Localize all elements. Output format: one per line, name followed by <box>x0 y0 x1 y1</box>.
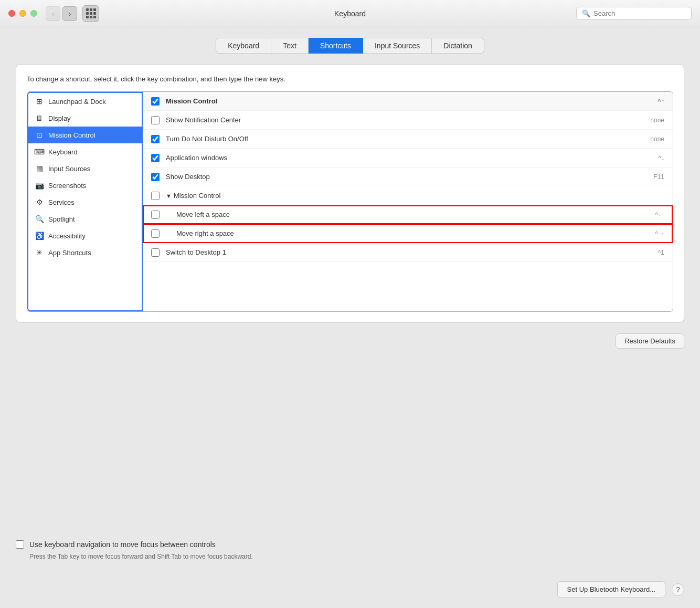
shortcut-checkbox[interactable] <box>151 173 160 181</box>
shortcut-checkbox[interactable] <box>151 116 160 124</box>
shortcut-row[interactable]: Turn Do Not Disturb On/Off none <box>143 130 673 149</box>
window-controls <box>8 10 37 17</box>
shortcut-checkbox[interactable] <box>151 135 160 143</box>
sidebar-item-keyboard[interactable]: ⌨ Keyboard <box>28 143 142 160</box>
shortcut-key: ^↑ <box>657 98 664 105</box>
display-icon: 🖥 <box>35 113 44 123</box>
shortcut-checkbox[interactable] <box>151 154 160 162</box>
screenshots-icon: 📷 <box>35 181 44 190</box>
shortcut-list: Mission Control ^↑ Show Notification Cen… <box>143 92 673 311</box>
shortcut-name: Move left a space <box>166 211 655 218</box>
sidebar-item-mission-control[interactable]: ⊡ Mission Control <box>28 127 142 143</box>
tab-text[interactable]: Text <box>271 38 309 54</box>
instructions-text: To change a shortcut, select it, click t… <box>27 75 673 83</box>
accessibility-icon: ♿ <box>35 231 44 240</box>
shortcut-row[interactable]: Application windows ^↓ <box>143 149 673 167</box>
tab-bar: Keyboard Text Shortcuts Input Sources Di… <box>16 38 684 54</box>
shortcut-key: F11 <box>653 173 664 181</box>
search-bar[interactable]: 🔍 <box>576 7 692 20</box>
keyboard-nav-label: Use keyboard navigation to move focus be… <box>29 540 216 549</box>
shortcut-checkbox[interactable] <box>151 192 160 200</box>
nav-arrows: ‹ › <box>46 6 77 21</box>
shortcut-checkbox[interactable] <box>151 229 160 238</box>
shortcut-key: ^↓ <box>658 154 664 162</box>
sidebar-item-label: Keyboard <box>48 148 78 156</box>
sidebar-item-accessibility[interactable]: ♿ Accessibility <box>28 227 142 244</box>
panel-body: ⊞ Launchpad & Dock 🖥 Display ⊡ Mission C… <box>27 91 673 312</box>
shortcut-key: ^← <box>655 211 664 218</box>
shortcut-checkbox[interactable] <box>151 248 160 257</box>
tab-shortcuts[interactable]: Shortcuts <box>309 38 363 54</box>
sidebar-item-label: App Shortcuts <box>48 249 91 257</box>
sidebar-item-services[interactable]: ⚙ Services <box>28 194 142 211</box>
keyboard-nav-checkbox[interactable] <box>16 540 24 549</box>
sidebar-item-label: Accessibility <box>48 232 86 240</box>
search-input[interactable] <box>593 9 686 17</box>
back-button[interactable]: ‹ <box>46 6 60 21</box>
titlebar: ‹ › Keyboard 🔍 <box>0 0 700 27</box>
shortcut-name: Application windows <box>166 154 658 162</box>
search-icon: 🔍 <box>582 9 590 17</box>
launchpad-dock-icon: ⊞ <box>35 97 44 106</box>
tab-keyboard[interactable]: Keyboard <box>216 38 271 54</box>
mission-control-icon: ⊡ <box>35 130 44 140</box>
services-icon: ⚙ <box>35 197 44 207</box>
shortcut-key: ^1 <box>658 249 664 256</box>
grid-icon <box>86 8 96 18</box>
shortcut-key: none <box>650 135 664 143</box>
tab-input-sources[interactable]: Input Sources <box>363 38 432 54</box>
shortcut-name: Show Desktop <box>166 173 653 181</box>
sidebar-item-launchpad-dock[interactable]: ⊞ Launchpad & Dock <box>28 93 142 110</box>
sidebar-item-app-shortcuts[interactable]: ✳ App Shortcuts <box>28 244 142 261</box>
keyboard-nav-row: Use keyboard navigation to move focus be… <box>16 540 684 549</box>
shortcuts-panel: To change a shortcut, select it, click t… <box>16 64 684 323</box>
shortcut-row[interactable]: Show Notification Center none <box>143 111 673 130</box>
minimize-button[interactable] <box>19 10 26 17</box>
sidebar-item-label: Screenshots <box>48 182 86 190</box>
footer-section: Use keyboard navigation to move focus be… <box>0 540 700 608</box>
shortcut-row-move-left[interactable]: Move left a space ^← <box>143 205 673 224</box>
restore-defaults-button[interactable]: Restore Defaults <box>616 333 684 349</box>
tab-dictation[interactable]: Dictation <box>432 38 484 54</box>
shortcut-row[interactable]: Mission Control ^↑ <box>143 92 673 111</box>
sidebar-item-label: Services <box>48 198 75 206</box>
shortcut-name: Show Notification Center <box>166 116 650 124</box>
app-shortcuts-icon: ✳ <box>35 248 44 257</box>
shortcut-checkbox[interactable] <box>151 97 160 106</box>
shortcut-checkbox[interactable] <box>151 211 160 219</box>
bottom-buttons: Set Up Bluetooth Keyboard... ? <box>16 581 684 597</box>
shortcut-key: none <box>650 117 664 124</box>
close-button[interactable] <box>8 10 15 17</box>
shortcut-name: ▼Mission Control <box>166 192 664 200</box>
sidebar-item-label: Display <box>48 114 71 122</box>
help-button[interactable]: ? <box>672 583 684 596</box>
shortcut-name: Switch to Desktop 1 <box>166 248 658 256</box>
shortcut-key: ^→ <box>655 230 664 237</box>
shortcut-row[interactable]: ▼Mission Control <box>143 186 673 205</box>
bottom-bar: Restore Defaults <box>16 333 684 349</box>
sidebar-item-label: Mission Control <box>48 131 96 139</box>
sidebar-item-spotlight[interactable]: 🔍 Spotlight <box>28 211 142 227</box>
sidebar-item-input-sources[interactable]: ▦ Input Sources <box>28 160 142 177</box>
sidebar-item-label: Input Sources <box>48 165 90 173</box>
main-content: Keyboard Text Shortcuts Input Sources Di… <box>0 27 700 540</box>
shortcut-row-move-right[interactable]: Move right a space ^→ <box>143 224 673 243</box>
input-sources-icon: ▦ <box>35 164 44 173</box>
shortcut-name: Mission Control <box>166 97 657 105</box>
maximize-button[interactable] <box>30 10 37 17</box>
bluetooth-keyboard-button[interactable]: Set Up Bluetooth Keyboard... <box>557 581 665 597</box>
spotlight-icon: 🔍 <box>35 214 44 224</box>
keyboard-icon: ⌨ <box>35 147 44 156</box>
window-title: Keyboard <box>334 9 366 18</box>
sidebar-item-display[interactable]: 🖥 Display <box>28 110 142 127</box>
shortcut-name: Turn Do Not Disturb On/Off <box>166 135 650 143</box>
sidebar-item-label: Spotlight <box>48 215 75 223</box>
keyboard-nav-description: Press the Tab key to move focus forward … <box>29 553 684 560</box>
shortcut-row[interactable]: Switch to Desktop 1 ^1 <box>143 243 673 262</box>
sidebar-item-screenshots[interactable]: 📷 Screenshots <box>28 177 142 194</box>
grid-button[interactable] <box>82 5 99 22</box>
sidebar-item-label: Launchpad & Dock <box>48 98 106 106</box>
shortcut-name: Move right a space <box>166 229 655 237</box>
shortcut-row[interactable]: Show Desktop F11 <box>143 167 673 186</box>
forward-button[interactable]: › <box>62 6 77 21</box>
